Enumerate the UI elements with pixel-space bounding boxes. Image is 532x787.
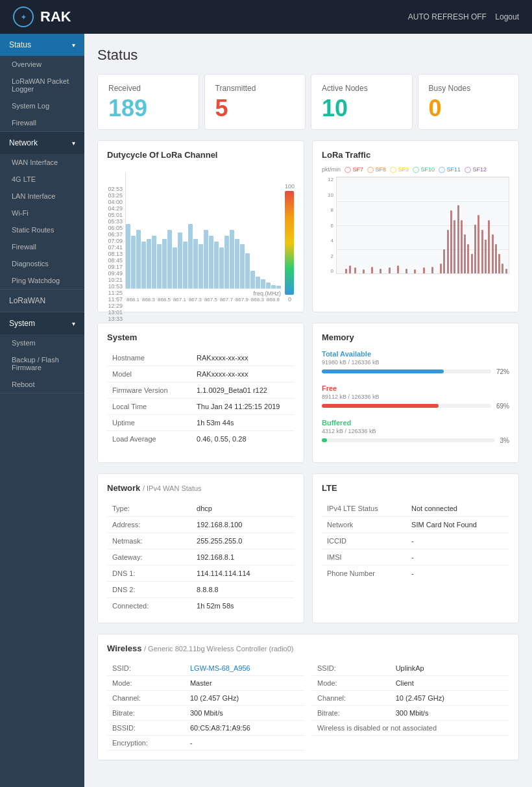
duty-bar-18	[219, 247, 224, 288]
net-dns2-label: DNS 2:	[107, 582, 191, 598]
duty-y-time-7: 06:05	[107, 225, 123, 231]
load-row: Load Average 0.46, 0.55, 0.28	[107, 431, 295, 447]
sidebar-item-firewall-net[interactable]: Firewall	[0, 238, 84, 255]
network-table: Type: dhcp Address: 192.168.8.100 Netmas…	[107, 501, 295, 614]
transmitted-value: 5	[215, 97, 295, 120]
wireless-subtitle: / Generic 802.11bg Wireless Controller (…	[144, 645, 294, 653]
lora-bar-1	[349, 266, 351, 273]
duty-y-time-5: 05:01	[107, 212, 123, 218]
memory-total-pct: 72%	[496, 368, 509, 375]
legend-sf9: ◯ SF9	[390, 166, 409, 173]
lora-plot	[336, 177, 509, 274]
lorawan-section: LoRaWAN	[0, 290, 84, 312]
sidebar-item-firewall-status[interactable]: Firewall	[0, 114, 84, 131]
sidebar-item-system-log[interactable]: System Log	[0, 97, 84, 114]
header: ✦ RAK AUTO REFRESH OFF Logout	[0, 0, 532, 34]
memory-free-bar-fill	[322, 404, 439, 408]
sidebar-item-lorawan-packet-logger[interactable]: LoRaWAN Packet Logger	[0, 73, 84, 97]
legend-sf10: ◯ SF10	[413, 166, 435, 173]
stats-row: Received 189 Transmitted 5 Active Nodes …	[97, 74, 519, 130]
system-section-header[interactable]: System ▾	[0, 312, 84, 334]
sidebar: Status ▾ Overview LoRaWAN Packet Logger …	[0, 34, 84, 787]
logout-link[interactable]: Logout	[495, 12, 519, 21]
sidebar-item-reboot[interactable]: Reboot	[0, 376, 84, 393]
net-netmask-label: Netmask:	[107, 533, 191, 549]
w-disabled-row: Wireless is disabled or not associated	[312, 721, 509, 736]
wireless-left-table: SSID: LGW-MS-68_A956 Mode: Master Channe…	[107, 661, 304, 751]
lorawan-label[interactable]: LoRaWAN	[0, 290, 84, 312]
lora-bar-20	[467, 244, 469, 273]
lora-bar-15	[450, 210, 452, 274]
w-channel-right-label: Channel:	[312, 691, 391, 706]
network-section-header[interactable]: Network ▾	[0, 132, 84, 154]
duty-chart-area: freq.(MHz) 868.1 868.3 868.5 867.1 867.3…	[125, 166, 281, 303]
active-nodes-value: 10	[322, 97, 402, 120]
received-card: Received 189	[97, 74, 199, 130]
lora-bar-10	[423, 268, 425, 273]
lte-card: LTE IPv4 LTE Status Not connected Networ…	[312, 473, 519, 623]
sidebar-item-system[interactable]: System	[0, 334, 84, 351]
lora-traffic-card: LoRa Traffic pkt/min ◯ SF7 ◯ SF8 ◯ SF9 ◯…	[312, 140, 519, 312]
sidebar-item-overview[interactable]: Overview	[0, 56, 84, 73]
duty-bar-27	[266, 282, 271, 288]
net-dns2-row: DNS 2: 8.8.8.8	[107, 582, 295, 598]
load-label: Load Average	[107, 431, 191, 447]
sidebar-item-static-routes[interactable]: Static Routes	[0, 221, 84, 238]
sidebar-item-backup[interactable]: Backup / Flash Firmware	[0, 351, 84, 376]
status-section-header[interactable]: Status ▾	[0, 34, 84, 56]
memory-free-label: Free	[322, 384, 509, 392]
w-bssid-left-label: BSSID:	[107, 721, 185, 736]
memory-buffered-bar-fill	[322, 438, 327, 442]
lora-bar-4	[371, 267, 373, 274]
memory-total-bar-fill	[322, 369, 444, 373]
net-netmask-value: 255.255.255.0	[191, 533, 295, 549]
memory-card-title: Memory	[322, 332, 509, 342]
w-encryption-left-value: -	[185, 736, 304, 751]
received-label: Received	[108, 84, 188, 93]
lora-bar-2	[354, 268, 356, 273]
system-section: System ▾ System Backup / Flash Firmware …	[0, 312, 84, 393]
w-channel-left-label: Channel:	[107, 691, 185, 706]
duty-y-time-15: 10:21	[107, 277, 123, 283]
sidebar-item-ping-watchdog[interactable]: Ping Watchdog	[0, 272, 84, 289]
sidebar-item-wifi[interactable]: Wi-Fi	[0, 205, 84, 221]
sidebar-item-diagnostics[interactable]: Diagnostics	[0, 255, 84, 272]
lte-imsi-value: -	[406, 549, 509, 566]
w-mode-right-row: Mode: Client	[312, 676, 509, 691]
lte-status-label: IPv4 LTE Status	[322, 501, 406, 517]
lora-bar-22	[474, 225, 476, 273]
sidebar-item-4g-lte[interactable]: 4G LTE	[0, 171, 84, 188]
duty-y-time-17: 11:25	[107, 290, 123, 296]
duty-bar-7	[162, 239, 167, 288]
lora-bar-23	[478, 215, 479, 273]
duty-bar-13	[193, 239, 198, 288]
net-gateway-value: 192.168.8.1	[191, 549, 295, 566]
w-encryption-left-label: Encryption:	[107, 736, 185, 751]
duty-bar-21	[235, 239, 239, 288]
wireless-right-table: SSID: UplinkAp Mode: Client Channel: 10 …	[312, 661, 509, 736]
colorbar-section: 100 0	[285, 183, 295, 303]
sidebar-item-wan[interactable]: WAN Interface	[0, 154, 84, 171]
legend-sf7: ◯ SF7	[345, 166, 363, 173]
duty-bar-1	[131, 236, 136, 288]
duty-y-time-11: 08:13	[107, 251, 123, 257]
ssid-link[interactable]: LGW-MS-68_A956	[190, 664, 250, 672]
lte-imsi-row: IMSI -	[322, 549, 509, 566]
memory-free-bar-bg	[322, 404, 491, 408]
lora-y-unit: pkt/min	[322, 166, 341, 173]
w-bssid-left-value: 60:C5:A8:71:A9:56	[185, 721, 304, 736]
lora-bar-13	[443, 249, 445, 274]
memory-free-pct: 69%	[496, 403, 509, 410]
network-section: Network ▾ WAN Interface 4G LTE LAN Inter…	[0, 132, 84, 290]
duty-bar-22	[240, 244, 245, 288]
sidebar-item-lan[interactable]: LAN Interface	[0, 188, 84, 205]
duty-bar-10	[178, 232, 182, 288]
duty-y-time-8: 06:37	[107, 231, 123, 238]
w-ssid-left-row: SSID: LGW-MS-68_A956	[107, 661, 304, 676]
net-dns1-label: DNS 1:	[107, 566, 191, 582]
legend-sf11: ◯ SF11	[439, 166, 461, 173]
lora-legend: pkt/min ◯ SF7 ◯ SF8 ◯ SF9 ◯ SF10 ◯ SF11 …	[322, 166, 509, 173]
busy-nodes-label: Busy Nodes	[429, 84, 509, 93]
lora-bar-5	[380, 269, 381, 274]
uptime-value: 1h 53m 44s	[191, 415, 295, 431]
